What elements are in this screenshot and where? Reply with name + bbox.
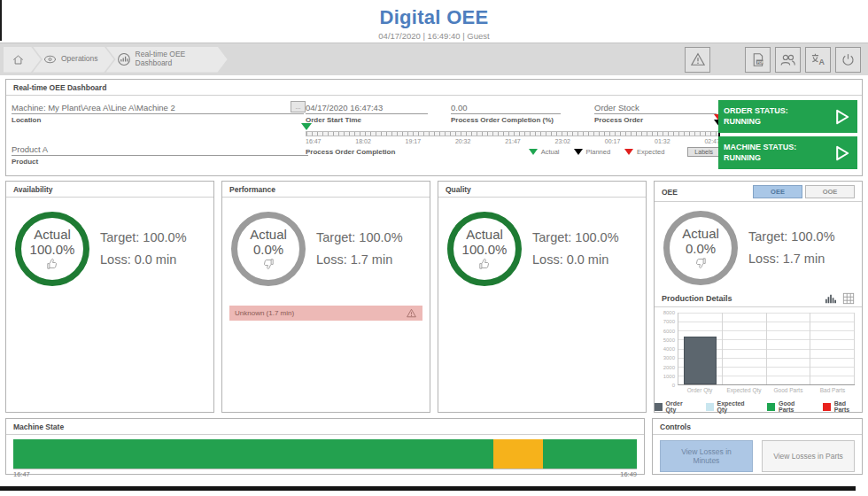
chart-legend-item: Expected Qty [706, 400, 755, 413]
machine-value[interactable]: Machine: My Plant\Area A\Line A\Machine … [12, 103, 304, 114]
kpi-cards: Availability Actual 100.0% Target: 100.0… [5, 181, 863, 413]
main-content: Real-time OEE Dashboard Machine: My Plan… [0, 75, 868, 475]
machine-field[interactable]: Machine: My Plant\Area A\Line A\Machine … [12, 103, 304, 124]
performance-actual-value: 0.0% [253, 242, 283, 257]
chart-legend-item: Good Parts [767, 400, 810, 413]
machine-state-segment-running [13, 439, 493, 469]
timeline-legend: Actual Planned Expected Labels [529, 147, 720, 157]
card-title: Availability [13, 185, 53, 194]
card-title: Performance [229, 185, 275, 194]
machine-state-start: 16:47 [13, 470, 30, 478]
language-icon: A [810, 52, 826, 66]
toolbar-actions: PDF A [685, 47, 861, 73]
performance-target: Target: 100.0% [316, 227, 403, 249]
chart-x-label: Good Parts [766, 387, 810, 393]
breadcrumb-realtime-oee-dashboard[interactable]: Real-time OEE Dashboard [106, 47, 228, 73]
timeline-ticks: 16:4718:0219:1720:3221:4723:0200:1701:32… [306, 138, 720, 144]
order-status-badge[interactable]: ORDER STATUS: RUNNING [718, 100, 857, 133]
legend-actual: Actual [529, 148, 560, 156]
panel-title: Real-time OEE Dashboard [13, 83, 106, 92]
oee-ooe-toggle: OEE OOE [753, 185, 855, 198]
toggle-ooe-button[interactable]: OOE [805, 185, 855, 198]
breadcrumb-label: Real-time OEE Dashboard [136, 50, 212, 68]
order-start-time-field[interactable]: 04/17/2020 16:47:43 Order Start Time [306, 103, 428, 124]
machine-label: Location [12, 116, 304, 124]
breadcrumb-label: Operations [61, 55, 98, 64]
performance-loss: Loss: 1.7 min [316, 249, 403, 271]
order-stock-value[interactable]: Order Stock [594, 103, 717, 114]
planned-triangle-icon [574, 149, 583, 155]
view-losses-minutes-button[interactable]: View Losses in Minutes [660, 440, 753, 472]
machine-status-badge[interactable]: MACHINE STATUS: RUNNING [718, 136, 857, 169]
thumbs-up-icon [477, 257, 492, 271]
toggle-oee-button[interactable]: OEE [753, 185, 802, 198]
oee-actual-value: 0.0% [686, 241, 716, 256]
breadcrumb-operations[interactable]: Operations [33, 47, 114, 73]
production-details: Production Details 800070006000500040003… [655, 290, 862, 413]
pdf-export-button[interactable]: PDF [745, 47, 771, 73]
users-icon [779, 53, 796, 66]
production-chart-xlabels: Order QtyExpected QtyGood PartsBad Parts [655, 385, 862, 393]
chart-column [767, 313, 811, 384]
legend-planned: Planned [574, 148, 611, 156]
legend-swatch [655, 403, 663, 411]
oee-gauge: Actual 0.0% [663, 211, 738, 285]
availability-card: Availability Actual 100.0% Target: 100.0… [5, 181, 214, 413]
availability-target: Target: 100.0% [100, 227, 187, 249]
legend-label: Good Parts [779, 400, 810, 413]
alert-text: Unknown (1.7 min) [235, 309, 294, 317]
chart-x-label: Bad Parts [810, 387, 855, 393]
machine-status-value: RUNNING [724, 153, 761, 162]
timeline-track[interactable] [306, 131, 720, 136]
controls-panel: Controls View Losses in Minutes View Los… [652, 418, 863, 475]
labels-button[interactable]: Labels [687, 147, 720, 157]
language-button[interactable]: A [805, 47, 831, 73]
product-value[interactable]: Product A [12, 144, 308, 156]
actual-triangle-icon [529, 149, 538, 155]
machine-state-panel: Machine State 16:47 16:49 [5, 418, 645, 475]
legend-swatch [767, 403, 775, 411]
play-icon [831, 106, 852, 128]
timeline-tick-label: 21:47 [505, 138, 521, 144]
performance-card: Performance Actual 0.0% Target: 100.0% L… [221, 181, 430, 413]
card-title: Quality [446, 185, 471, 194]
performance-loss-alert[interactable]: Unknown (1.7 min) [229, 306, 422, 321]
machine-state-title: Machine State [13, 422, 64, 431]
process-order-timeline[interactable]: 16:4718:0219:1720:3221:4723:0200:1701:32… [306, 131, 720, 157]
power-button[interactable] [835, 47, 861, 73]
process-order-completion-field[interactable]: 0.00 Process Order Completion (%) [451, 103, 561, 124]
power-icon [841, 52, 856, 67]
thumbs-down-icon [694, 256, 708, 270]
production-details-title: Production Details [662, 294, 732, 303]
process-order-completion-value[interactable]: 0.00 [451, 103, 561, 114]
chart-legend-item: Order Qty [655, 400, 694, 413]
breadcrumb: Operations Real-time OEE Dashboard [0, 43, 228, 75]
alerts-button[interactable] [685, 47, 710, 73]
table-view-icon[interactable] [842, 292, 855, 305]
process-order-field[interactable]: Order Stock Process Order [594, 103, 717, 124]
realtime-oee-panel: Real-time OEE Dashboard Machine: My Plan… [5, 79, 863, 176]
machine-browse-button[interactable]: ... [291, 101, 306, 112]
timeline-tick-label: 19:17 [406, 138, 422, 144]
bar-chart-view-icon[interactable] [825, 293, 837, 304]
chart-bar [684, 337, 717, 384]
availability-actual-value: 100.0% [30, 242, 75, 257]
actual-marker-icon[interactable] [301, 123, 312, 130]
quality-loss: Loss: 0.0 min [532, 249, 619, 271]
quality-target: Target: 100.0% [532, 227, 619, 249]
breadcrumb-home[interactable] [4, 47, 41, 73]
production-chart-legend: Order QtyExpected QtyGood PartsBad Parts [655, 400, 862, 413]
order-start-time-value[interactable]: 04/17/2020 16:47:43 [306, 103, 428, 114]
legend-swatch [706, 403, 714, 411]
legend-swatch [823, 403, 831, 411]
product-field[interactable]: Product A Product [12, 144, 308, 166]
svg-text:A: A [818, 58, 825, 66]
machine-state-bar [13, 439, 637, 469]
home-icon [12, 53, 25, 66]
view-losses-parts-button[interactable]: View Losses in Parts [762, 440, 855, 472]
pdf-export-icon: PDF [750, 52, 765, 67]
thumbs-up-icon [45, 257, 59, 271]
machine-state-segment-warning [493, 439, 543, 469]
datetime-user-text: 04/17/2020 | 16:49:40 | Guest [0, 31, 868, 41]
users-button[interactable] [775, 47, 801, 73]
